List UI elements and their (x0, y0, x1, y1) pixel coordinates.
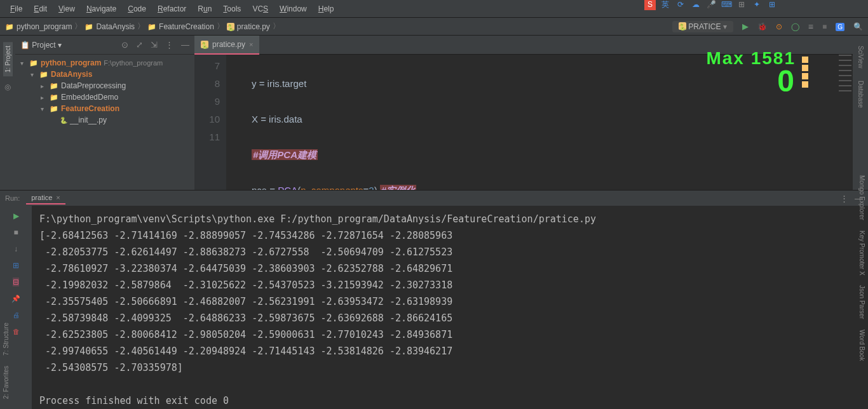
tray-icon: S (644, 0, 656, 10)
python-icon (60, 116, 67, 124)
menu-edit[interactable]: Edit (29, 2, 52, 16)
sidebar-tab-sciview[interactable]: SciView (856, 42, 865, 72)
right-tool-strip: SciView Database (853, 36, 868, 190)
close-icon[interactable]: × (249, 41, 253, 48)
chevron-icon: 〉 (217, 21, 224, 32)
run-button[interactable] (742, 22, 749, 31)
layout-button[interactable] (11, 260, 21, 271)
breadcrumb-file[interactable]: pratice.py (227, 22, 270, 31)
stop-button[interactable] (822, 22, 827, 31)
settings-icon[interactable]: ⋮ (840, 194, 848, 203)
menu-help[interactable]: Help (313, 2, 339, 16)
run-config-selector[interactable]: PRATICE ▾ (672, 21, 733, 32)
right-bottom-strip: Mongo Explorer Key Promoter X Json Parse… (857, 171, 867, 365)
left-tool-strip: 1: Project ◎ (0, 36, 15, 190)
menu-navigate[interactable]: Navigate (81, 2, 121, 16)
tray-icon: ☁ (690, 0, 702, 10)
menu-refactor[interactable]: Refactor (153, 2, 191, 16)
folder-icon (50, 93, 58, 102)
print-button[interactable] (11, 310, 21, 320)
sidebar-tab-structure[interactable]: 7: Structure (1, 319, 11, 359)
run-header: Run: pratice× ⋮ — (0, 191, 868, 206)
chevron-right-icon[interactable]: ▸ (41, 94, 47, 101)
tree-label: EmbeddedDemo (61, 93, 118, 102)
tray-lang: 英 (660, 0, 671, 10)
chevron-down-icon: ▾ (723, 22, 727, 31)
coverage-button[interactable] (776, 22, 782, 31)
menu-window[interactable]: Window (275, 2, 312, 16)
sidebar-tab-database[interactable]: Database (856, 77, 865, 112)
project-view-dropdown[interactable]: 📋 Project ▾ (20, 41, 62, 50)
project-tree[interactable]: ▾ python_program F:\python_program ▾ Dat… (15, 55, 194, 190)
sidebar-tab-project[interactable]: 1: Project (3, 42, 13, 76)
sidebar-tab-keypromoter[interactable]: Key Promoter X (857, 227, 867, 279)
project-tool-window: 📋 Project ▾ ⊙ ⤢ ⇲ ⋮ — ▾ python_program F… (15, 36, 194, 190)
target-icon[interactable]: ◎ (4, 83, 11, 91)
chevron-icon: 〉 (74, 21, 82, 32)
menu-view[interactable]: View (53, 2, 80, 16)
collapse-icon[interactable]: ⤢ (136, 40, 143, 50)
stop-button[interactable] (11, 227, 21, 238)
rerun-button[interactable] (11, 211, 21, 221)
tree-dataanysis[interactable]: ▾ DataAnysis (15, 69, 194, 80)
tree-datapreprocessing[interactable]: ▸ DataPreprocessing (15, 80, 194, 91)
close-icon[interactable]: × (56, 194, 60, 201)
console-output[interactable]: F:\python_program\venv\Scripts\python.ex… (32, 206, 868, 409)
sidebar-tab-jsonparser[interactable]: Json Parser (857, 281, 867, 323)
debug-button[interactable] (757, 22, 767, 31)
chevron-down-icon[interactable]: ▾ (31, 71, 37, 78)
editor-tab-pratice[interactable]: pratice.py × (194, 36, 259, 55)
menu-file[interactable]: FFileile (5, 2, 27, 16)
folder-icon (50, 81, 58, 90)
tree-root[interactable]: ▾ python_program F:\python_program (15, 57, 194, 69)
tray-icon: ⟳ (675, 0, 686, 10)
run-tool-window: Run: pratice× ⋮ — F:\python_program\venv… (0, 190, 868, 409)
python-icon (679, 22, 686, 30)
hide-icon[interactable]: — (181, 40, 189, 50)
sidebar-tab-mongo[interactable]: Mongo Explorer (857, 171, 867, 224)
sidebar-tab-wordbook[interactable]: Word Book (857, 326, 867, 365)
tray-icon: ⌨ (721, 0, 732, 10)
tray-icon: ✦ (751, 0, 763, 10)
tree-label: FeatureCreation (61, 104, 119, 113)
pin-button[interactable] (11, 293, 21, 304)
line-gutter: 7 8 9 10 11 (194, 55, 226, 190)
python-icon (227, 23, 234, 30)
chevron-right-icon[interactable]: ▸ (41, 83, 47, 90)
settings-icon[interactable]: ⋮ (165, 40, 173, 50)
profile-button[interactable] (791, 22, 799, 31)
folder-icon (50, 104, 58, 113)
breadcrumb-project[interactable]: python_program (5, 22, 72, 31)
clear-button[interactable] (11, 326, 21, 337)
tree-embeddeddemo[interactable]: ▸ EmbeddedDemo (15, 91, 194, 103)
chevron-down-icon[interactable]: ▾ (20, 60, 27, 67)
tray-icon: ⊞ (736, 0, 747, 10)
project-header: 📋 Project ▾ ⊙ ⤢ ⇲ ⋮ — (15, 36, 194, 55)
menu-tools[interactable]: Tools (218, 2, 246, 16)
close-button[interactable] (11, 277, 21, 287)
breadcrumb-dataanysis[interactable]: DataAnysis (85, 22, 135, 31)
menu-code[interactable]: Code (123, 2, 151, 16)
attach-button[interactable] (808, 22, 813, 32)
left-bottom-strip: 7: Structure 2: Favorites (1, 319, 11, 403)
folder-icon (39, 70, 48, 79)
breadcrumb-bar: python_program 〉 DataAnysis 〉 FeatureCre… (0, 18, 868, 36)
chevron-down-icon[interactable]: ▾ (41, 105, 47, 112)
menu-run[interactable]: Run (193, 2, 217, 16)
tree-init-py[interactable]: __init__.py (15, 114, 194, 126)
search-everywhere-button[interactable] (853, 22, 863, 31)
minimap[interactable] (802, 55, 853, 131)
folder-icon (5, 22, 14, 31)
tree-featurecreation[interactable]: ▾ FeatureCreation (15, 103, 194, 114)
run-config-name: PRATICE (688, 22, 721, 31)
editor-panel: pratice.py × 7 8 9 10 11 y = iris.target… (194, 36, 853, 190)
breadcrumb-featurecreation[interactable]: FeatureCreation (147, 22, 214, 31)
expand-icon[interactable]: ⇲ (151, 40, 158, 50)
menu-vcs[interactable]: VCS (247, 2, 273, 16)
tree-label: __init__.py (70, 116, 107, 124)
scroll-down-button[interactable] (11, 244, 21, 254)
vcs-button[interactable] (836, 22, 844, 31)
target-icon[interactable]: ⊙ (121, 40, 128, 50)
sidebar-tab-favorites[interactable]: 2: Favorites (1, 362, 11, 403)
run-tab[interactable]: pratice× (26, 192, 65, 204)
